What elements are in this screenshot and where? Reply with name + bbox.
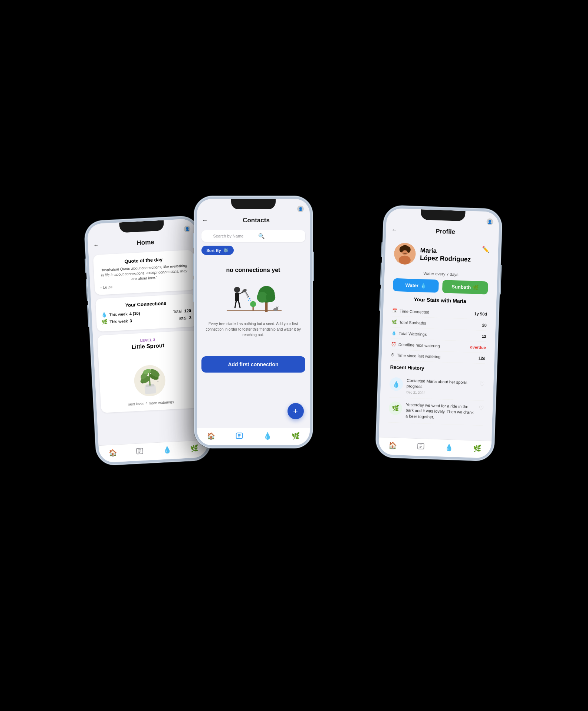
- sun-icon: 🌿: [101, 319, 108, 325]
- sort-gear-icon: ⚙️: [223, 248, 229, 253]
- history-item-2-heart[interactable]: ♡: [478, 404, 484, 412]
- svg-point-34: [276, 307, 278, 309]
- contacts-content: Search by Name 🔍 Sort By ⚙️ no connectio…: [197, 227, 310, 428]
- history-item-2-content: Yesterday we went for a ride in the park…: [405, 402, 474, 422]
- tab-water-2[interactable]: 💧: [253, 431, 282, 441]
- profile-title: Profile: [397, 226, 494, 237]
- history-item-1-heart[interactable]: ♡: [479, 380, 484, 387]
- calendar-icon: 📅: [392, 308, 397, 313]
- water-btn-icon: 💧: [420, 283, 426, 289]
- contacts-back-button[interactable]: ←: [202, 217, 208, 224]
- menu-icon[interactable]: [206, 235, 211, 237]
- history-item-1-content: Contacted Maria about her sports progres…: [406, 378, 476, 396]
- svg-line-24: [235, 301, 236, 308]
- empty-text: Every tree started as nothing but a seed…: [205, 321, 302, 338]
- tab-water[interactable]: 💧: [153, 445, 181, 456]
- svg-point-31: [250, 301, 256, 307]
- search-placeholder: Search by Name: [213, 234, 256, 238]
- water-button[interactable]: Water 💧: [392, 278, 438, 293]
- profile-back-button[interactable]: ←: [391, 226, 397, 233]
- avatar: [394, 243, 416, 265]
- history-item-2: 🌿 Yesterday we went for a ride in the pa…: [388, 397, 484, 426]
- svg-point-15: [234, 287, 240, 293]
- svg-line-36: [277, 306, 278, 307]
- history-item-1-text: Contacted Maria about her sports progres…: [406, 378, 476, 391]
- scene: 👤 ← Home Quote of the day "Inspiration Q…: [90, 189, 498, 522]
- empty-illustration: [224, 279, 283, 316]
- stat-waterings-label: Total Waterings: [398, 331, 427, 337]
- svg-point-29: [266, 292, 275, 302]
- profile-screen: 👤 ← Profile: [378, 208, 499, 458]
- stat-deadline-value: overdue: [470, 344, 486, 349]
- svg-line-35: [276, 306, 276, 307]
- sunbath-btn-icon: 🌿: [473, 285, 479, 291]
- profile-icon[interactable]: 👤: [183, 226, 190, 233]
- plant-illustration: [129, 352, 169, 398]
- timer-icon: ⏱: [390, 353, 394, 357]
- history-water-icon: 💧: [389, 377, 403, 391]
- svg-point-23: [250, 300, 250, 301]
- tab-contacts[interactable]: [126, 446, 154, 457]
- quote-card: Quote of the day "Inspiration Quote abou…: [93, 250, 195, 295]
- phone-home: 👤 ← Home Quote of the day "Inspiration Q…: [83, 215, 211, 466]
- svg-rect-16: [235, 293, 239, 301]
- quote-text: "Inspiration Quote about connections, li…: [99, 263, 189, 284]
- sunbath-btn-label: Sunbath: [451, 284, 471, 290]
- profile-user-icon[interactable]: 👤: [486, 218, 493, 225]
- stat-last-water-label: Time since last watering: [397, 353, 440, 359]
- tab-water-3[interactable]: 💧: [434, 442, 463, 453]
- sun-label: This week: [109, 318, 128, 324]
- stat-sunbaths-label: Total Sunbaths: [399, 320, 426, 325]
- search-icon[interactable]: 🔍: [258, 233, 301, 239]
- stats-section: Your Stats with Maria 📅 Time Connected 1…: [386, 295, 492, 364]
- water-value: 4 (10): [129, 311, 140, 315]
- stat-time-label: Time Connected: [399, 309, 429, 314]
- water-total: Total 120: [173, 308, 191, 314]
- svg-point-22: [248, 300, 249, 301]
- water-icon: 💧: [101, 312, 107, 318]
- stat-deadline-label: Deadline next watering: [398, 342, 440, 348]
- level-card: Level 3 Little Sprout: [97, 330, 201, 413]
- history-sun-icon: 🌿: [388, 401, 402, 415]
- home-screen: 👤 ← Home Quote of the day "Inspiration Q…: [87, 219, 208, 463]
- empty-heading: no connections yet: [205, 267, 302, 273]
- phone-profile: 👤 ← Profile: [375, 205, 503, 462]
- water-btn-label: Water: [405, 282, 418, 288]
- contacts-title: Contacts: [208, 217, 305, 224]
- history-item-1: 💧 Contacted Maria about her sports progr…: [389, 373, 484, 401]
- fab-button[interactable]: +: [288, 403, 304, 419]
- tab-sun-3[interactable]: 🌿: [463, 443, 491, 454]
- history-section: Recent History 💧 Contacted Maria about h…: [384, 360, 490, 430]
- history-heading: Recent History: [390, 364, 485, 373]
- add-connection-button[interactable]: Add first connection: [201, 356, 305, 373]
- tab-contacts-2[interactable]: [225, 431, 253, 441]
- sort-button[interactable]: Sort By ⚙️: [201, 246, 234, 255]
- tab-contacts-3[interactable]: [406, 441, 435, 452]
- sort-label: Sort By: [207, 248, 221, 253]
- back-button[interactable]: ←: [93, 242, 99, 249]
- profile-tab-bar: 🏠 💧 🌿: [378, 437, 491, 459]
- contacts-screen: 👤 ← Contacts Search by Name 🔍: [197, 199, 310, 445]
- connections-card: Your Connections 💧 This week 4 (10) Tota…: [95, 294, 197, 332]
- next-level: next level: 4 more waterings: [106, 399, 196, 407]
- tab-home-3[interactable]: 🏠: [378, 440, 407, 451]
- profile-header: Maria López Rodriguez ✏️: [389, 239, 494, 272]
- tab-home[interactable]: 🏠: [99, 447, 127, 458]
- tab-home-2[interactable]: 🏠: [197, 431, 225, 441]
- tab-sun-2[interactable]: 🌿: [282, 431, 310, 441]
- sunbath-button[interactable]: Sunbath 🌿: [442, 280, 488, 294]
- contacts-tab-bar: 🏠 💧 🌿: [197, 428, 310, 445]
- contacts-nav: ← Contacts: [197, 214, 310, 227]
- profile-name-line2: López Rodriguez: [420, 254, 471, 263]
- sun-total: Total 3: [178, 315, 191, 320]
- history-item-2-text: Yesterday we went for a ride in the park…: [405, 402, 474, 422]
- stat-sunbaths-value: 20: [482, 323, 487, 327]
- contacts-profile-icon[interactable]: 👤: [297, 206, 304, 212]
- svg-point-21: [249, 298, 250, 299]
- stat-waterings-value: 12: [482, 334, 486, 338]
- edit-icon[interactable]: ✏️: [482, 246, 489, 253]
- home-content: Quote of the day "Inspiration Quote abou…: [88, 247, 207, 446]
- profile-content: Maria López Rodriguez ✏️ Water every 7 d…: [379, 236, 499, 441]
- home-title: Home: [99, 236, 192, 249]
- water-label: This week: [109, 311, 127, 317]
